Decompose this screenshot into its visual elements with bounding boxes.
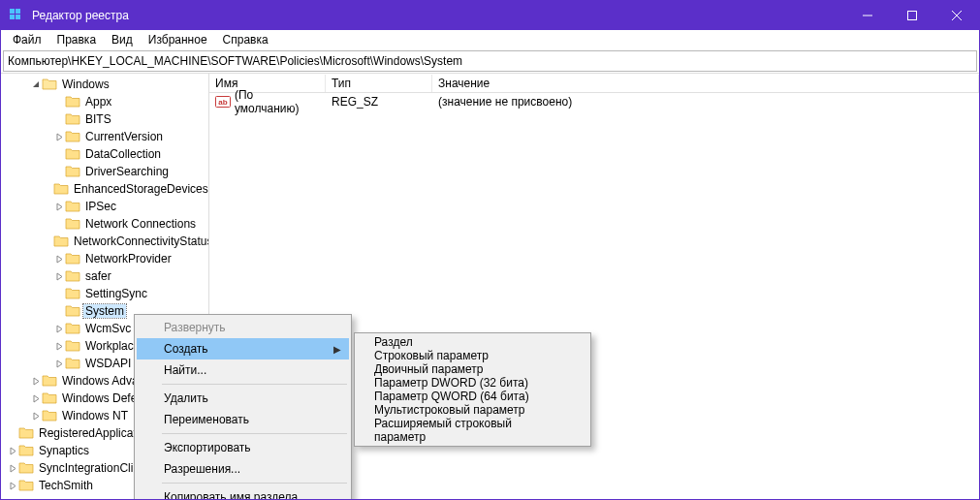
tree-item[interactable]: Windows bbox=[1, 76, 208, 93]
svg-text:ab: ab bbox=[218, 98, 227, 107]
menu-item-label: Переименовать bbox=[164, 413, 249, 426]
tree-item[interactable]: NetworkConnectivityStatus bbox=[1, 233, 208, 250]
folder-icon bbox=[18, 444, 34, 457]
app-icon bbox=[9, 8, 24, 23]
context-menu-item[interactable]: Копировать имя раздела bbox=[137, 486, 349, 500]
title-bar: Редактор реестра bbox=[1, 1, 979, 30]
tree-label: DataCollection bbox=[83, 147, 163, 161]
tree-label: Windows bbox=[60, 78, 111, 91]
tree-item[interactable]: NetworkProvider bbox=[1, 250, 208, 267]
expander-icon[interactable] bbox=[7, 482, 18, 490]
window-title: Редактор реестра bbox=[32, 9, 845, 22]
folder-icon bbox=[65, 217, 80, 231]
menu-separator bbox=[162, 483, 347, 484]
expander-icon[interactable] bbox=[30, 80, 42, 89]
tree-label: System bbox=[83, 304, 126, 318]
folder-icon bbox=[18, 479, 34, 492]
context-menu-item[interactable]: Мультистроковый параметр bbox=[357, 403, 588, 417]
folder-icon bbox=[65, 165, 80, 178]
context-menu-item[interactable]: Строковый параметр bbox=[357, 349, 588, 362]
context-menu-item[interactable]: Удалить bbox=[137, 388, 349, 409]
expander-icon[interactable] bbox=[30, 377, 42, 386]
menu-item-label: Раздел bbox=[374, 335, 413, 349]
context-menu-item[interactable]: Разрешения... bbox=[137, 458, 349, 480]
tree-label: IPSec bbox=[83, 200, 118, 213]
menu-file[interactable]: Файл bbox=[5, 31, 49, 48]
tree-label: WcmSvc bbox=[83, 322, 133, 335]
menu-item-label: Двоичный параметр bbox=[374, 362, 484, 376]
menu-separator bbox=[162, 384, 347, 385]
context-menu-item[interactable]: Двоичный параметр bbox=[357, 362, 588, 376]
context-menu-item[interactable]: Раздел bbox=[357, 335, 588, 349]
col-type[interactable]: Тип bbox=[326, 75, 432, 92]
menu-item-label: Разрешения... bbox=[164, 462, 240, 476]
expander-icon[interactable] bbox=[53, 342, 65, 351]
tree-item[interactable]: EnhancedStorageDevices bbox=[1, 180, 208, 198]
menu-item-label: Найти... bbox=[164, 363, 206, 377]
menu-item-label: Создать bbox=[164, 342, 208, 356]
tree-item[interactable]: CurrentVersion bbox=[1, 128, 208, 145]
tree-item[interactable]: IPSec bbox=[1, 198, 208, 215]
tree-label: TechSmith bbox=[37, 479, 95, 492]
tree-item[interactable]: DriverSearching bbox=[1, 163, 208, 180]
tree-item[interactable]: safer bbox=[1, 267, 208, 285]
folder-icon bbox=[65, 322, 80, 335]
minimize-button[interactable] bbox=[845, 1, 890, 30]
folder-icon bbox=[42, 78, 57, 91]
svg-rect-2 bbox=[10, 15, 15, 19]
tree-label: NetworkProvider bbox=[83, 252, 174, 266]
folder-icon bbox=[65, 339, 80, 353]
context-menu-item[interactable]: Найти... bbox=[137, 359, 349, 381]
folder-icon bbox=[18, 461, 34, 475]
tree-item[interactable]: Network Connections bbox=[1, 215, 208, 233]
folder-icon bbox=[65, 287, 80, 300]
list-row[interactable]: ab (По умолчанию) REG_SZ (значение не пр… bbox=[209, 93, 979, 110]
tree-label: NetworkConnectivityStatus bbox=[72, 234, 209, 248]
menu-help[interactable]: Справка bbox=[215, 31, 276, 48]
close-button[interactable] bbox=[934, 1, 979, 30]
expander-icon[interactable] bbox=[53, 255, 65, 264]
expander-icon[interactable] bbox=[53, 133, 65, 141]
context-menu-item[interactable]: Расширяемый строковый параметр bbox=[357, 417, 588, 444]
context-menu-item[interactable]: Создать▶ bbox=[137, 338, 349, 359]
menu-item-label: Параметр DWORD (32 бита) bbox=[374, 376, 528, 390]
folder-icon bbox=[65, 304, 80, 318]
expander-icon[interactable] bbox=[53, 359, 65, 368]
expander-icon[interactable] bbox=[7, 464, 18, 473]
folder-icon bbox=[65, 95, 80, 109]
folder-icon bbox=[53, 234, 69, 248]
expander-icon[interactable] bbox=[7, 447, 18, 455]
menu-bar: Файл Правка Вид Избранное Справка bbox=[1, 30, 979, 49]
context-menu-item[interactable]: Параметр QWORD (64 бита) bbox=[357, 390, 588, 403]
col-value[interactable]: Значение bbox=[432, 75, 979, 92]
context-menu-item[interactable]: Параметр DWORD (32 бита) bbox=[357, 376, 588, 390]
context-menu-item[interactable]: Экспортировать bbox=[137, 437, 349, 458]
cell-type: REG_SZ bbox=[326, 95, 432, 109]
folder-icon bbox=[18, 426, 34, 440]
expander-icon[interactable] bbox=[30, 412, 42, 421]
tree-label: Synaptics bbox=[37, 444, 91, 457]
tree-label: DriverSearching bbox=[83, 165, 171, 178]
expander-icon[interactable] bbox=[53, 203, 65, 211]
folder-icon bbox=[42, 374, 57, 388]
menu-view[interactable]: Вид bbox=[104, 31, 141, 48]
expander-icon[interactable] bbox=[30, 394, 42, 403]
menu-edit[interactable]: Правка bbox=[49, 31, 105, 48]
svg-rect-3 bbox=[16, 15, 20, 19]
menu-item-label: Экспортировать bbox=[164, 441, 251, 454]
tree-label: Windows NT bbox=[60, 409, 130, 422]
tree-item[interactable]: BITS bbox=[1, 110, 208, 128]
tree-label: BITS bbox=[83, 112, 113, 126]
registry-editor-window: Редактор реестра Файл Правка Вид Избранн… bbox=[0, 0, 980, 500]
maximize-button[interactable] bbox=[890, 1, 934, 30]
menu-item-label: Копировать имя раздела bbox=[164, 490, 298, 500]
menu-favorites[interactable]: Избранное bbox=[141, 31, 215, 48]
expander-icon[interactable] bbox=[53, 272, 65, 281]
tree-item[interactable]: Appx bbox=[1, 93, 208, 110]
folder-icon bbox=[65, 147, 80, 161]
tree-item[interactable]: SettingSync bbox=[1, 285, 208, 302]
tree-item[interactable]: DataCollection bbox=[1, 145, 208, 163]
expander-icon[interactable] bbox=[53, 325, 65, 333]
address-bar[interactable]: Компьютер\HKEY_LOCAL_MACHINE\SOFTWARE\Po… bbox=[3, 50, 977, 72]
context-menu-item[interactable]: Переименовать bbox=[137, 409, 349, 430]
